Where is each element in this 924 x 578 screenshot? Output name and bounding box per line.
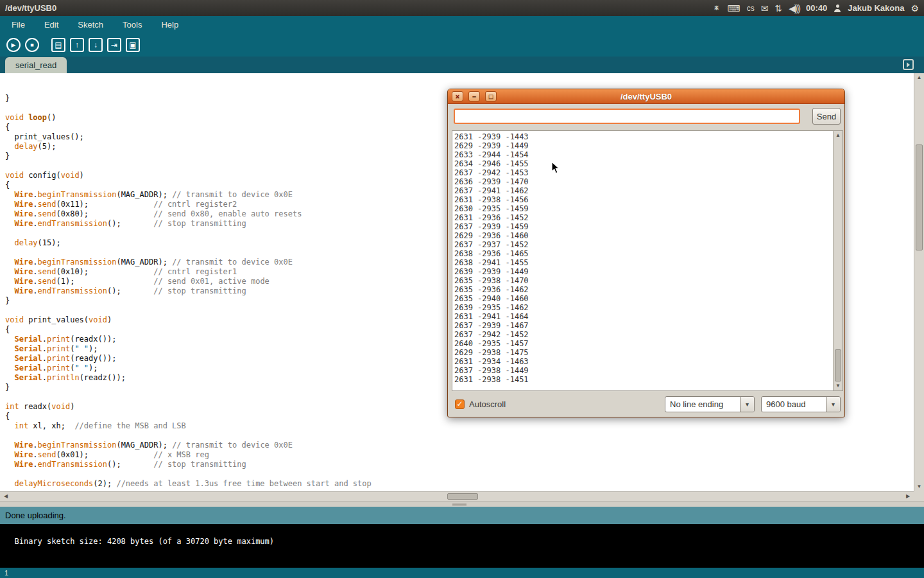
monitor-icon: ▣ [129, 40, 136, 49]
user-name[interactable]: Jakub Kakona [848, 3, 904, 13]
maximize-icon: □ [489, 93, 493, 100]
serial-line: 2631 -2936 -1452 [454, 213, 832, 222]
menu-tools[interactable]: Tools [120, 19, 144, 31]
serial-line: 2631 -2939 -1443 [454, 132, 832, 141]
scroll-left-icon[interactable]: ◀ [1, 492, 10, 501]
serial-line: 2633 -2944 -1454 [454, 150, 832, 159]
serial-line: 2637 -2937 -1452 [454, 240, 832, 249]
code-line [5, 469, 914, 479]
panel-indicators: +× ⌨ cs ✉ ⇅ ◀))) 00:40 Jakub Kakona ⚙ [712, 3, 919, 13]
minimize-icon: – [472, 93, 476, 100]
serial-line: 2630 -2935 -1459 [454, 204, 832, 213]
serial-line: 2638 -2941 -1455 [454, 258, 832, 267]
splitter-handle-icon[interactable] [452, 503, 466, 506]
line-ending-select[interactable]: No line ending ▾ [665, 396, 755, 412]
minimize-button[interactable]: – [468, 91, 480, 101]
serial-line: 2637 -2939 -1459 [454, 222, 832, 231]
keyboard-layout-label[interactable]: cs [747, 4, 755, 13]
serial-scroll-thumb[interactable] [835, 349, 841, 381]
autoscroll-label: Autoscroll [469, 399, 506, 409]
window-title: /dev/ttyUSB0 [5, 3, 56, 13]
serial-send-input[interactable] [454, 109, 800, 124]
dropdown-arrow-icon[interactable]: ▾ [826, 397, 840, 412]
serial-line: 2637 -2942 -1452 [454, 330, 832, 339]
code-line: int xl, xh; //define the MSB and LSB [5, 421, 914, 431]
serial-scrollbar[interactable]: ▲ ▼ [833, 131, 843, 390]
star-indicator-icon[interactable]: +× [712, 4, 721, 13]
serial-monitor-button[interactable]: ▣ [126, 38, 140, 52]
scroll-up-icon[interactable]: ▲ [914, 73, 924, 82]
menu-edit[interactable]: Edit [42, 19, 61, 31]
system-top-panel: /dev/ttyUSB0 +× ⌨ cs ✉ ⇅ ◀))) 00:40 Jaku… [0, 0, 924, 16]
stop-icon: ■ [30, 42, 33, 48]
scroll-up-icon[interactable]: ▲ [834, 131, 843, 140]
toolbar-buttons: ▶■▤↑↓⇥▣ [0, 33, 924, 57]
serial-line: 2631 -2941 -1464 [454, 312, 832, 321]
console-text: Binary sketch size: 4208 bytes (of a 307… [14, 537, 274, 546]
serial-line: 2635 -2940 -1460 [454, 294, 832, 303]
maximize-button[interactable]: □ [485, 91, 497, 101]
tab-bar: serial_read [0, 57, 924, 73]
volume-icon[interactable]: ◀))) [789, 3, 800, 13]
mouse-cursor-icon [551, 161, 560, 177]
serial-monitor-window: × – □ /dev/ttyUSB0 Send 2631 -2939 -1443… [447, 89, 845, 417]
upload-button[interactable]: ⇥ [107, 38, 121, 52]
play-icon: ▶ [12, 42, 16, 48]
autoscroll-checkbox[interactable]: ✓ [455, 399, 465, 409]
serial-monitor-titlebar[interactable]: × – □ /dev/ttyUSB0 [448, 89, 844, 104]
serial-line: 2631 -2938 -1451 [454, 375, 832, 384]
tab-serial-read[interactable]: serial_read [5, 57, 67, 73]
scroll-down-icon[interactable]: ▼ [834, 381, 843, 390]
verify-button[interactable]: ▶ [6, 38, 21, 52]
keyboard-icon[interactable]: ⌨ [728, 3, 740, 13]
editor-horizontal-scrollbar[interactable]: ◀ ▶ [0, 491, 914, 501]
dropdown-arrow-icon[interactable]: ▾ [740, 397, 754, 412]
scroll-right-icon[interactable]: ▶ [903, 492, 912, 501]
serial-line: 2634 -2946 -1455 [454, 159, 832, 168]
serial-line: 2637 -2938 -1449 [454, 366, 832, 375]
close-button[interactable]: × [452, 91, 463, 101]
stop-button[interactable]: ■ [25, 38, 39, 52]
baud-value: 9600 baud [762, 397, 826, 412]
tab-menu-button[interactable] [903, 59, 914, 70]
serial-output: 2631 -2939 -14432629 -2939 -14492633 -29… [454, 132, 832, 389]
serial-line: 2635 -2936 -1462 [454, 285, 832, 294]
user-icon [834, 4, 841, 12]
save-button[interactable]: ↓ [89, 38, 103, 52]
code-line: Wire.endTransmission(); // stop transmit… [5, 460, 914, 469]
horizontal-scroll-thumb[interactable] [447, 493, 478, 500]
tab-menu-arrow-icon [907, 62, 910, 67]
menu-sketch[interactable]: Sketch [75, 19, 106, 31]
serial-output-area[interactable]: 2631 -2939 -14432629 -2939 -14492633 -29… [452, 130, 843, 391]
serial-line: 2640 -2935 -1457 [454, 339, 832, 348]
editor-vertical-scrollbar[interactable]: ▲ ▼ [914, 73, 924, 491]
close-icon: × [456, 93, 459, 100]
serial-line: 2637 -2941 -1462 [454, 186, 832, 195]
send-button[interactable]: Send [812, 108, 841, 125]
serial-monitor-title: /dev/ttyUSB0 [620, 92, 672, 101]
menu-help[interactable]: Help [158, 19, 181, 31]
mail-icon[interactable]: ✉ [761, 3, 769, 13]
baud-select[interactable]: 9600 baud ▾ [761, 396, 841, 412]
line-number-bar: 1 [0, 568, 924, 578]
clock[interactable]: 00:40 [806, 3, 827, 13]
menu-file[interactable]: File [9, 19, 28, 31]
code-line: delayMicroseconds(2); //needs at least 1… [5, 479, 914, 489]
network-arrows-icon[interactable]: ⇅ [775, 3, 783, 13]
vertical-scroll-thumb[interactable] [916, 144, 923, 250]
serial-line: 2638 -2936 -1465 [454, 249, 832, 258]
serial-line: 2637 -2942 -1453 [454, 168, 832, 177]
scroll-down-icon[interactable]: ▼ [914, 482, 924, 491]
arrow-down-icon: ↓ [94, 40, 98, 49]
status-text: Done uploading. [5, 511, 66, 520]
serial-line: 2631 -2938 -1456 [454, 195, 832, 204]
open-button[interactable]: ↑ [70, 38, 84, 52]
editor-console-splitter[interactable] [0, 501, 924, 507]
line-ending-value: No line ending [665, 397, 740, 412]
gear-icon[interactable]: ⚙ [911, 3, 919, 13]
serial-line: 2637 -2939 -1467 [454, 321, 832, 330]
check-icon: ✓ [456, 399, 463, 408]
serial-line: 2629 -2939 -1449 [454, 141, 832, 150]
new-sketch-button[interactable]: ▤ [51, 38, 65, 52]
tab-label: serial_read [15, 60, 56, 70]
